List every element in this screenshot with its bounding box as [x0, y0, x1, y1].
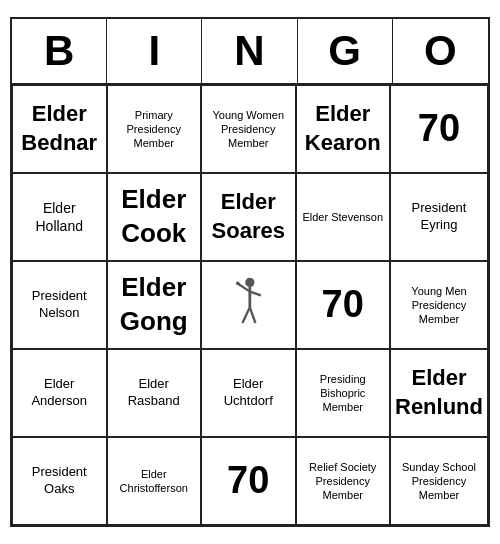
- cell-3-2[interactable]: ElderUchtdorf: [201, 349, 296, 437]
- cell-1-1[interactable]: ElderCook: [107, 173, 202, 261]
- letter-n: N: [202, 19, 297, 83]
- cell-2-3[interactable]: 70: [296, 261, 391, 349]
- letter-o: O: [393, 19, 488, 83]
- cell-2-0[interactable]: President Nelson: [12, 261, 107, 349]
- bingo-card: B I N G O ElderBednar Primary Presidency…: [10, 17, 490, 527]
- cell-3-4[interactable]: ElderRenlund: [390, 349, 488, 437]
- svg-line-5: [243, 307, 250, 323]
- svg-point-3: [236, 281, 240, 285]
- cell-2-4[interactable]: Young Men Presidency Member: [390, 261, 488, 349]
- cell-3-0[interactable]: ElderAnderson: [12, 349, 107, 437]
- cell-4-2[interactable]: 70: [201, 437, 296, 525]
- cell-0-2[interactable]: Young Women Presidency Member: [201, 85, 296, 173]
- cell-0-4[interactable]: 70: [390, 85, 488, 173]
- cell-3-1[interactable]: ElderRasband: [107, 349, 202, 437]
- free-space-icon: [228, 275, 268, 335]
- cell-2-2-free[interactable]: [201, 261, 296, 349]
- svg-point-0: [245, 278, 254, 287]
- cell-0-1[interactable]: Primary Presidency Member: [107, 85, 202, 173]
- bingo-grid: ElderBednar Primary Presidency Member Yo…: [12, 85, 488, 525]
- cell-1-3[interactable]: Elder Stevenson: [296, 173, 391, 261]
- cell-4-3[interactable]: Relief Society Presidency Member: [296, 437, 391, 525]
- cell-2-1[interactable]: ElderGong: [107, 261, 202, 349]
- svg-line-4: [250, 292, 261, 296]
- letter-b: B: [12, 19, 107, 83]
- cell-1-4[interactable]: President Eyring: [390, 173, 488, 261]
- cell-4-4[interactable]: Sunday School Presidency Member: [390, 437, 488, 525]
- cell-1-0[interactable]: ElderHolland: [12, 173, 107, 261]
- letter-i: I: [107, 19, 202, 83]
- cell-4-0[interactable]: President Oaks: [12, 437, 107, 525]
- bingo-header: B I N G O: [12, 19, 488, 85]
- cell-0-0[interactable]: ElderBednar: [12, 85, 107, 173]
- svg-line-6: [250, 307, 256, 323]
- cell-3-3[interactable]: Presiding Bishopric Member: [296, 349, 391, 437]
- cell-4-1[interactable]: Elder Christofferson: [107, 437, 202, 525]
- cell-1-2[interactable]: ElderSoares: [201, 173, 296, 261]
- letter-g: G: [298, 19, 393, 83]
- cell-0-3[interactable]: ElderKearon: [296, 85, 391, 173]
